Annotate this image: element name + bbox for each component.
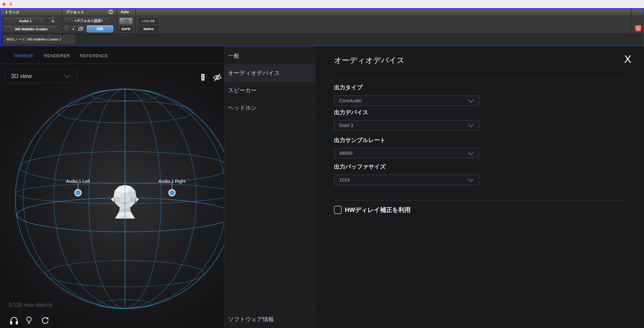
audio-device-panel: オーディオデバイス X 出力タイプ CoreAudio 出力デバイス Duet … [315, 46, 644, 328]
midi-node-chip[interactable]: MIDI ノード: 360 WalkMix Creator 2 [3, 35, 75, 44]
menu-item-label: 一般 [228, 52, 239, 60]
tab-renderer[interactable]: RENDERER [44, 53, 70, 58]
menu-item-software-info[interactable]: ソフトウェア情報 [224, 310, 315, 328]
binaural-monitor-button[interactable] [9, 316, 19, 325]
preset-selector-value: <デフォルト設定> [74, 19, 102, 23]
menu-item-general[interactable]: 一般 [224, 47, 315, 64]
panel-divider [334, 78, 626, 79]
minimize-traffic-light-button[interactable] [9, 3, 12, 6]
automation-button[interactable] [119, 18, 133, 25]
preset-section-label: プリセット [66, 10, 84, 15]
previous-preset-button[interactable]: - [64, 26, 70, 32]
panel-divider [334, 200, 626, 201]
preset-menu-icon[interactable] [108, 10, 113, 14]
target-icon-dot [638, 28, 639, 30]
panel-title: オーディオデバイス [334, 55, 404, 66]
output-buffer-size-select[interactable]: 1024 [334, 175, 479, 185]
close-button[interactable]: X [624, 54, 631, 65]
object-label: Audio 1 Left [55, 179, 100, 184]
chevron-down-icon [43, 19, 46, 20]
midi-node-text: MIDI ノード: 360 WalkMix Creator 2 [6, 37, 61, 42]
view-mode-select[interactable]: 3D view [5, 69, 77, 83]
previous-preset-label: - [66, 27, 68, 31]
panner-tabbar: PANNER RENDERER REFERENCE [0, 46, 224, 64]
compare-button-label: 比較 [97, 27, 104, 31]
native-button[interactable]: Native [138, 25, 159, 32]
audio-object-right[interactable] [168, 189, 176, 196]
chevron-down-icon [468, 152, 474, 155]
librarian-menu-button[interactable]: e [48, 18, 58, 25]
plugin-header-controls: Audio 1 e 360 WalkMix Creator <デフォルト設定> … [1, 16, 643, 33]
output-device-value: Duet 3 [339, 123, 353, 128]
panner-panel: PANNER RENDERER REFERENCE 3D view Audio … [0, 46, 224, 328]
output-sample-rate-select[interactable]: 48000 [334, 148, 479, 158]
output-type-select[interactable]: CoreAudio [334, 96, 479, 106]
midi-node-row: MIDI ノード: 360 WalkMix Creator 2 [1, 33, 643, 46]
menu-item-audio-device[interactable]: オーディオデバイス [224, 65, 315, 82]
chevron-down-icon [468, 178, 474, 182]
track-selector[interactable]: Audio 1 [4, 18, 47, 25]
output-sample-rate-value: 48000 [339, 150, 352, 156]
output-type-value: CoreAudio [339, 98, 362, 103]
close-traffic-light-button[interactable] [2, 3, 6, 6]
audio-object-left[interactable] [74, 189, 82, 196]
room-light-button[interactable] [24, 316, 34, 325]
chevron-down-icon [468, 124, 474, 127]
next-preset-label: + [72, 27, 74, 31]
speaker-visibility-toggle[interactable] [198, 73, 208, 82]
chevron-down-icon [64, 74, 71, 79]
output-device-select[interactable]: Duet 3 [334, 120, 479, 131]
rotate-icon [40, 316, 50, 325]
bypass-button[interactable]: バイパス [138, 18, 159, 25]
menu-item-label: ヘッドホン [228, 104, 257, 112]
menu-item-label: オーディオデバイス [228, 69, 280, 77]
tabbar-divider [0, 63, 224, 64]
compare-button[interactable]: 比較 [87, 25, 113, 32]
librarian-menu-label: e [52, 19, 54, 23]
track-selector-value: Audio 1 [19, 19, 32, 23]
chevron-down-icon [54, 19, 57, 20]
eye-slash-icon [213, 73, 222, 82]
next-preset-button[interactable]: + [70, 26, 76, 32]
object-label: Audio 1 Right [149, 179, 194, 184]
copy-preset-button[interactable] [76, 26, 85, 32]
headphones-icon [9, 316, 19, 325]
menu-item-label: スピーカー [228, 87, 257, 94]
3d-sphere-view[interactable] [0, 46, 224, 328]
reset-view-button[interactable] [40, 316, 50, 325]
output-buffer-size-label: 出力バッファサイズ [334, 163, 386, 170]
chevron-down-icon [55, 27, 58, 29]
output-device-label: 出力デバイス [334, 109, 368, 116]
plugin-header: トラック プリセット Auto Audio 1 e 360 WalkMix Cr… [0, 8, 644, 46]
plugin-selector[interactable]: 360 WalkMix Creator [4, 26, 59, 33]
menu-item-headphones[interactable]: ヘッドホン [224, 99, 315, 117]
track-section-label: トラック [5, 10, 20, 15]
lightbulb-icon [24, 316, 34, 325]
speaker-icon [198, 73, 208, 82]
view-mode-value: 3D view [11, 73, 32, 80]
auto-section-label: Auto [121, 10, 129, 14]
tab-panner[interactable]: PANNER [14, 53, 33, 58]
menu-item-label: ソフトウェア情報 [228, 315, 274, 323]
bypass-button-label: バイパス [142, 19, 155, 23]
hide-objects-toggle[interactable] [213, 73, 222, 82]
hw-delay-label: HWディレイ補正を利用 [345, 206, 410, 214]
safe-button[interactable]: SAFE [119, 25, 133, 32]
window-titlebar [0, 0, 644, 8]
chevron-down-icon [110, 11, 112, 13]
duplicate-icon [78, 27, 84, 31]
plugin-selector-value: 360 WalkMix Creator [15, 27, 48, 31]
hw-delay-checkbox[interactable] [334, 206, 342, 214]
plugin-header-label-row: トラック プリセット Auto [1, 9, 643, 16]
preset-selector[interactable]: <デフォルト設定> [64, 18, 114, 24]
tab-reference[interactable]: REFERENCE [80, 53, 108, 58]
auto-duplicate-icon [124, 19, 128, 23]
settings-menu: 一般 オーディオデバイス スピーカー ヘッドホン ソフトウェア情報 [224, 46, 315, 328]
output-sample-rate-label: 出力サンプルレート [334, 136, 386, 144]
plugin-target-button[interactable] [635, 25, 642, 32]
chevron-down-icon [110, 19, 112, 20]
output-type-label: 出力タイプ [334, 84, 363, 91]
menu-item-speakers[interactable]: スピーカー [224, 82, 315, 99]
chevron-down-icon [468, 99, 474, 103]
object-count-label: 2/128 max objects [8, 302, 53, 308]
